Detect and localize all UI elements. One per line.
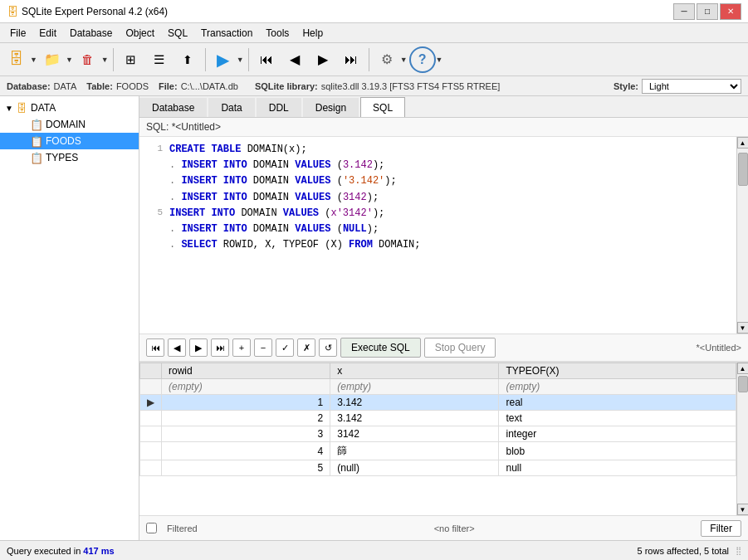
nav-prev-button[interactable]: ◀ (281, 46, 308, 73)
cell-x-1[interactable]: 3.142 (330, 395, 499, 411)
cell-typeof-2[interactable]: text (499, 411, 736, 426)
results-scroll-down[interactable]: ▼ (737, 504, 749, 515)
tab-design[interactable]: Design (303, 98, 359, 117)
tab-data[interactable]: Data (208, 98, 254, 117)
result-next-button[interactable]: ▶ (189, 338, 208, 357)
nav-first-button[interactable]: ⏮ (253, 46, 280, 73)
cell-typeof-5[interactable]: null (499, 460, 736, 476)
export-button[interactable]: ⬆ (174, 46, 201, 73)
settings-group: ⚙ ▼ (374, 46, 408, 73)
table-row[interactable]: ▶ 1 3.142 real (140, 395, 736, 411)
toolbar-sep-3 (248, 48, 249, 71)
menu-object[interactable]: Object (119, 26, 161, 41)
play-group: ▶ ▼ (210, 46, 244, 73)
tree-item-foods[interactable]: 📋 FOODS (0, 133, 139, 149)
menu-edit[interactable]: Edit (32, 26, 63, 41)
scroll-up-button[interactable]: ▲ (737, 137, 749, 149)
cell-x-5[interactable]: (null) (330, 460, 499, 476)
result-last-button[interactable]: ⏭ (211, 338, 229, 357)
stop-query-button[interactable]: Stop Query (424, 338, 496, 358)
table-row[interactable]: 2 3.142 text (140, 411, 736, 426)
menu-sql[interactable]: SQL (161, 26, 194, 41)
tab-sql[interactable]: SQL (360, 97, 405, 117)
table-header-row: rowid x TYPEOF(X) (140, 363, 736, 379)
tree-item-domain[interactable]: 📋 DOMAIN (0, 116, 139, 133)
scroll-thumb[interactable] (738, 153, 748, 186)
cell-typeof-1[interactable]: real (499, 395, 736, 411)
delete-row-button[interactable]: − (254, 338, 272, 357)
style-select[interactable]: Light Dark Classic Blue (642, 79, 741, 94)
menu-database[interactable]: Database (63, 26, 119, 41)
file-value: C:\...\DATA.db (181, 81, 238, 91)
results-scroll-up[interactable]: ▲ (737, 363, 749, 374)
list-view-button[interactable]: ☰ (146, 46, 173, 73)
cell-rowid-1[interactable]: 1 (162, 395, 330, 411)
subheader-x: (empty) (330, 379, 499, 395)
status-left: Query executed in 417 ms (7, 546, 638, 556)
db-value: DATA (54, 81, 77, 91)
grid-view-button[interactable]: ⊞ (118, 46, 144, 73)
col-header-rowid: rowid (162, 363, 330, 379)
menu-transaction[interactable]: Transaction (194, 26, 259, 41)
refresh-button[interactable]: ↺ (319, 338, 337, 357)
filter-button[interactable]: Filter (701, 520, 741, 537)
cell-rowid-4[interactable]: 4 (162, 442, 330, 460)
cell-rowid-5[interactable]: 5 (162, 460, 330, 476)
cell-typeof-3[interactable]: integer (499, 426, 736, 442)
settings-button[interactable]: ⚙ (374, 46, 400, 73)
cell-x-3[interactable]: 3142 (330, 426, 499, 442)
nav-last-button[interactable]: ⏭ (338, 46, 364, 73)
close-button[interactable]: ✕ (720, 3, 741, 20)
delete-db-arrow[interactable]: ▼ (101, 56, 109, 64)
help-button[interactable]: ? (409, 46, 436, 73)
maximize-button[interactable]: □ (697, 3, 718, 20)
new-db-arrow[interactable]: ▼ (66, 56, 73, 64)
results-vertical-scrollbar[interactable]: ▲ ▼ (736, 363, 748, 515)
scroll-track[interactable] (737, 149, 749, 322)
cell-rowid-2[interactable]: 2 (162, 411, 330, 426)
sql-vertical-scrollbar[interactable]: ▲ ▼ (736, 137, 748, 334)
play-arrow[interactable]: ▼ (237, 56, 244, 64)
tree-item-data[interactable]: ▼ 🗄 DATA (0, 100, 139, 116)
help-arrow[interactable]: ▼ (436, 56, 443, 64)
cell-x-4[interactable]: 篩 (330, 442, 499, 460)
tree-item-label-types: TYPES (46, 152, 78, 163)
execute-sql-button[interactable]: Execute SQL (340, 338, 421, 358)
confirm-button[interactable]: ✓ (276, 338, 294, 357)
menu-help[interactable]: Help (296, 26, 330, 41)
cell-x-2[interactable]: 3.142 (330, 411, 499, 426)
tree-item-types[interactable]: 📋 TYPES (0, 149, 139, 166)
tab-ddl[interactable]: DDL (257, 98, 301, 117)
table-icon-domain: 📋 (30, 118, 43, 131)
result-prev-button[interactable]: ◀ (168, 338, 186, 357)
sqlite-label: SQLite library: (255, 81, 318, 91)
db-icon: 🗄 (15, 101, 28, 114)
tab-database[interactable]: Database (139, 98, 207, 117)
menu-file[interactable]: File (3, 26, 32, 41)
play-button[interactable]: ▶ (210, 46, 237, 73)
scroll-down-button[interactable]: ▼ (737, 322, 749, 334)
cell-rowid-3[interactable]: 3 (162, 426, 330, 442)
cancel-edit-button[interactable]: ✗ (297, 338, 315, 357)
table-row[interactable]: 3 3142 integer (140, 426, 736, 442)
add-row-button[interactable]: + (232, 338, 251, 357)
results-scroll-thumb[interactable] (738, 376, 748, 392)
table-row[interactable]: 4 篩 blob (140, 442, 736, 460)
minimize-button[interactable]: ─ (673, 3, 695, 20)
open-db-arrow[interactable]: ▼ (30, 56, 37, 64)
filtered-checkbox[interactable] (146, 523, 157, 533)
filter-bar: Filtered <no filter> Filter (139, 515, 748, 540)
nav-next-button[interactable]: ▶ (310, 46, 336, 73)
cell-typeof-4[interactable]: blob (499, 442, 736, 460)
delete-db-button[interactable]: 🗑 (75, 46, 101, 73)
menu-tools[interactable]: Tools (259, 26, 296, 41)
table-row[interactable]: 5 (null) null (140, 460, 736, 476)
settings-arrow[interactable]: ▼ (400, 56, 408, 64)
sql-title: SQL: *<Untitled> (139, 118, 748, 137)
results-scroll-track[interactable] (737, 374, 749, 504)
sql-editor[interactable]: 1 CREATE TABLE DOMAIN(x); . INS (139, 137, 736, 334)
open-db-button[interactable]: 🗄 (3, 46, 30, 73)
new-db-button[interactable]: 📁 (39, 46, 66, 73)
result-first-button[interactable]: ⏮ (146, 338, 164, 357)
db-label: Database: (7, 81, 51, 91)
